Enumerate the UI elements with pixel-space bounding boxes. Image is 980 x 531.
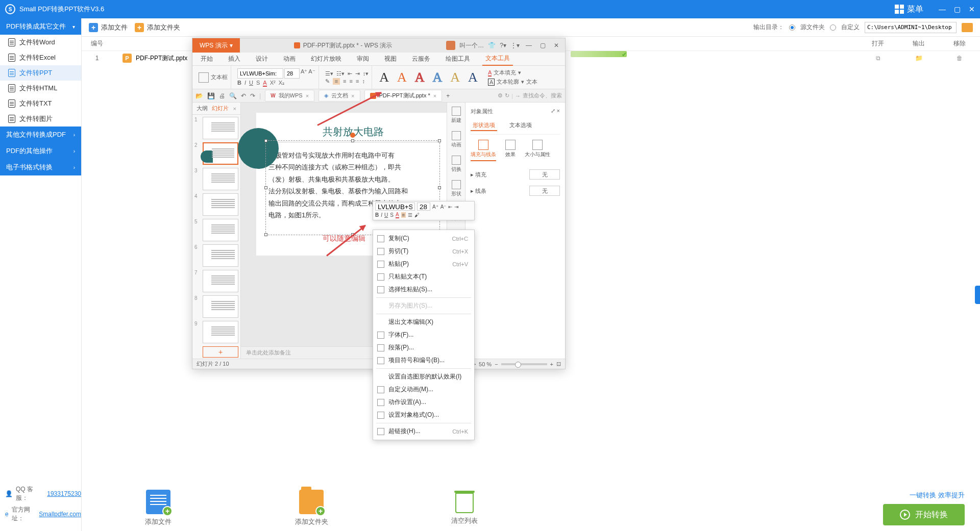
tab-slides[interactable]: 幻灯片 <box>212 105 229 112</box>
increase-font-icon[interactable]: A⁺ <box>301 68 307 79</box>
row-open-button[interactable]: ⧉ <box>857 55 898 62</box>
add-folder-button[interactable]: + 添加文件夹 <box>135 23 180 32</box>
menu-insert[interactable]: 插入 <box>225 53 243 65</box>
text-fill-label[interactable]: 文本填充 <box>494 69 516 77</box>
user-avatar-icon[interactable] <box>446 41 455 50</box>
subtab-size[interactable]: 大小与属性 <box>525 140 550 161</box>
refresh-icon[interactable]: ↻ <box>505 92 509 99</box>
rtool-transition[interactable]: 切换 <box>451 156 461 173</box>
thumb-1[interactable]: 1 <box>194 117 238 139</box>
sidebar-category-other-to-pdf[interactable]: 其他文件转换成PDF› <box>0 127 81 143</box>
wps-close-button[interactable]: ✕ <box>552 42 561 49</box>
fit-window-icon[interactable]: ⊡ <box>556 361 561 367</box>
mini-format-painter[interactable]: 🖌 <box>414 212 420 218</box>
menu-texttools[interactable]: 文本工具 <box>482 52 513 66</box>
ctx-exit-text-edit[interactable]: 退出文本编辑(X) <box>373 316 474 328</box>
mini-font-select[interactable] <box>375 203 415 211</box>
resize-handle-tm[interactable] <box>351 139 354 142</box>
fill-section-label[interactable]: 填充 <box>475 171 486 178</box>
mini-strikethrough[interactable]: S <box>390 212 394 218</box>
right-side-handle[interactable] <box>975 286 980 304</box>
font-name-select[interactable] <box>237 68 283 79</box>
text-outline-label[interactable]: 文本轮廓 <box>497 78 519 86</box>
open-file-icon[interactable]: 📂 <box>195 92 203 99</box>
align-center-icon[interactable]: ≡ <box>343 78 346 85</box>
line-section-label[interactable]: 线条 <box>475 188 486 194</box>
font-size-select[interactable] <box>284 68 300 79</box>
subtab-fill-line[interactable]: 填充与线条 <box>471 140 496 161</box>
sidebar-item-word[interactable]: 文件转Word <box>0 35 81 50</box>
menu-view[interactable]: 视图 <box>381 53 400 65</box>
ctx-font[interactable]: 字体(F)... <box>373 328 474 341</box>
close-button[interactable]: ✕ <box>969 5 975 13</box>
menu-slideshow[interactable]: 幻灯片放映 <box>308 53 345 65</box>
sidebar-item-txt[interactable]: 文件转TXT <box>0 96 81 111</box>
thumb-5[interactable]: 5 <box>194 219 238 241</box>
thumb-9[interactable]: 9 <box>194 321 238 343</box>
bold-button[interactable]: B <box>237 80 241 87</box>
indent-right-icon[interactable]: ⇥ <box>355 70 360 77</box>
resize-handle-tr[interactable] <box>438 139 441 142</box>
text-fill-icon[interactable]: A <box>488 69 492 77</box>
ctx-paste-special[interactable]: 选择性粘贴(S)... <box>373 283 474 296</box>
clear-format-icon[interactable]: ✎ <box>325 78 330 85</box>
mini-decrease-font[interactable]: A⁻ <box>440 204 447 210</box>
tab-cloud-docs[interactable]: ◈云文档× <box>318 90 360 102</box>
ctx-paste[interactable]: 粘贴(P)Ctrl+V <box>373 258 474 270</box>
menu-animation[interactable]: 动画 <box>280 53 299 65</box>
text-outline-icon[interactable]: A <box>488 79 495 86</box>
tab-close-icon[interactable]: × <box>433 93 436 99</box>
save-icon[interactable]: 💾 <box>207 92 215 99</box>
row-output-button[interactable]: 📁 <box>898 55 939 62</box>
resize-handle-ml[interactable] <box>264 186 267 189</box>
decrease-font-icon[interactable]: A⁻ <box>308 68 315 79</box>
ctx-copy[interactable]: 复制(C)Ctrl+C <box>373 232 474 245</box>
tab-my-wps[interactable]: W我的WPS× <box>265 90 314 102</box>
sidebar-item-image[interactable]: 文件转图片 <box>0 111 81 127</box>
new-tab-button[interactable]: + <box>446 92 450 99</box>
wordart-style-6[interactable]: A <box>464 70 482 85</box>
sidebar-item-ppt[interactable]: 文件转PPT <box>0 65 81 81</box>
bottom-clear-list[interactable]: 清空列表 <box>388 491 541 525</box>
wordart-style-1[interactable]: A <box>375 70 393 85</box>
radio-source-folder[interactable] <box>789 24 795 31</box>
bottom-add-file[interactable]: + 添加文件 <box>82 490 235 526</box>
thumb-8[interactable]: 8 <box>194 295 238 318</box>
superscript-button[interactable]: X² <box>270 80 276 87</box>
print-icon[interactable]: 🖨 <box>219 92 225 99</box>
tab-outline[interactable]: 大纲 <box>197 105 208 112</box>
wordart-style-4[interactable]: A <box>429 70 447 85</box>
minimize-button[interactable]: — <box>939 5 946 13</box>
mini-bullets[interactable]: ☰ <box>408 212 412 218</box>
pane-collapse-icon[interactable]: ⤢ <box>551 108 555 114</box>
wordart-style-5[interactable]: A <box>446 70 464 85</box>
sidebar-category-pdf-to-other[interactable]: PDF转换成其它文件 ▾ <box>0 18 81 35</box>
ctx-custom-animation[interactable]: 自定义动画(M)... <box>373 383 474 396</box>
skin-icon[interactable]: 👕 <box>488 42 496 49</box>
tab-shape-options[interactable]: 形状选项 <box>471 120 497 131</box>
font-color-button[interactable]: A <box>263 80 266 87</box>
thumb-6[interactable]: 6 <box>194 244 238 267</box>
mini-underline[interactable]: U <box>384 212 388 218</box>
thumb-3[interactable]: 3 <box>194 168 238 190</box>
wps-maximize-button[interactable]: ▢ <box>538 42 548 49</box>
settings-icon[interactable]: ⚙ <box>498 92 503 99</box>
settings-menu-icon[interactable]: ⋮▾ <box>510 42 520 49</box>
rtool-new[interactable]: 新建 <box>451 107 461 124</box>
zoom-in-button[interactable]: + <box>550 361 553 367</box>
align-left-icon[interactable]: ≡ <box>333 78 340 85</box>
ctx-cut[interactable]: 剪切(T)Ctrl+X <box>373 245 474 258</box>
row-remove-button[interactable]: 🗑 <box>939 55 980 62</box>
ctx-format-object[interactable]: 设置对象格式(O)... <box>373 409 474 421</box>
output-path-input[interactable] <box>865 22 957 33</box>
close-pane-icon[interactable]: × <box>233 106 236 112</box>
rtool-shape[interactable]: 形状 <box>451 180 461 197</box>
resize-handle-tl[interactable] <box>264 139 267 142</box>
wps-minimize-button[interactable]: — <box>524 42 534 49</box>
thumb-7[interactable]: 7 <box>194 270 238 292</box>
textbox-icon[interactable] <box>199 72 209 83</box>
add-slide-button[interactable]: + <box>203 346 238 358</box>
thumb-2[interactable]: 2 <box>194 142 238 165</box>
tab-close-icon[interactable]: × <box>306 93 309 99</box>
mini-indent-left[interactable]: ⇤ <box>448 204 452 210</box>
